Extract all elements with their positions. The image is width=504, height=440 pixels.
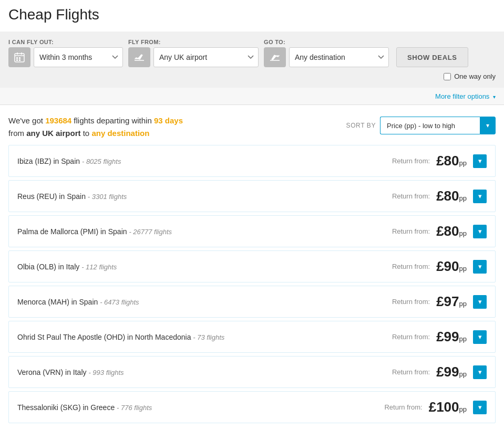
more-filters-link[interactable]: More filter options ▾ xyxy=(435,92,496,100)
flight-destination: Thessaloniki (SKG) in Greece - 776 fligh… xyxy=(17,403,152,412)
expand-button[interactable]: ▾ xyxy=(473,330,487,344)
flight-count: - 112 flights xyxy=(81,263,117,271)
summary-pre: We've got xyxy=(8,116,45,125)
from-airport: any UK airport xyxy=(26,129,80,138)
price-amount: £80 xyxy=(436,153,459,169)
svg-rect-5 xyxy=(19,57,20,59)
expand-button[interactable]: ▾ xyxy=(473,295,487,309)
flight-row[interactable]: Ibiza (IBZ) in Spain - 8025 flights Retu… xyxy=(8,145,496,177)
destination-name: Olbia (OLB) in Italy xyxy=(17,263,79,271)
from-label: from xyxy=(8,129,26,138)
destination-name: Thessaloniki (SKG) in Greece xyxy=(17,403,115,412)
expand-button[interactable]: ▾ xyxy=(473,154,487,168)
oneway-checkbox[interactable] xyxy=(444,73,451,80)
flight-count: - 73 flights xyxy=(193,333,224,341)
fly-out-label: I CAN FLY OUT: xyxy=(8,39,123,45)
to-dest: any destination xyxy=(91,129,149,138)
expand-button[interactable]: ▾ xyxy=(473,401,487,414)
flight-right: Return from: £90pp ▾ xyxy=(392,258,487,275)
price-amount: £100 xyxy=(429,399,459,415)
chevron-down-icon: ▾ xyxy=(478,192,482,200)
summary-mid: flights departing within xyxy=(71,116,154,125)
chevron-down-icon: ▾ xyxy=(478,157,482,165)
flight-count: - 6473 flights xyxy=(100,298,139,306)
sort-dropdown-button[interactable]: ▾ xyxy=(480,117,496,134)
price: £90pp xyxy=(436,258,467,275)
destination-name: Verona (VRN) in Italy xyxy=(17,368,87,376)
expand-button[interactable]: ▾ xyxy=(473,225,487,238)
price-amount: £99 xyxy=(436,364,459,380)
more-filters-bar: More filter options ▾ xyxy=(0,88,504,105)
flight-destination: Olbia (OLB) in Italy - 112 flights xyxy=(17,263,117,271)
fly-from-group: FLY FROM: Any UK airport xyxy=(128,39,259,67)
more-filters-text: More filter options xyxy=(435,92,489,100)
flight-row[interactable]: Thessaloniki (SKG) in Greece - 776 fligh… xyxy=(8,391,496,423)
results-section: We've got 193684 flights departing withi… xyxy=(0,105,504,145)
fly-out-group: I CAN FLY OUT: Within 3 months xyxy=(8,39,123,67)
return-from-label: Return from: xyxy=(392,263,430,270)
flight-count: - 8025 flights xyxy=(82,158,121,165)
fly-from-label: FLY FROM: xyxy=(128,39,259,45)
flight-count: - 776 flights xyxy=(117,404,152,412)
flight-right: Return from: £80pp ▾ xyxy=(392,188,487,204)
chevron-down-icon: ▾ xyxy=(478,298,482,306)
chevron-down-icon: ▾ xyxy=(478,368,482,376)
flight-right: Return from: £97pp ▾ xyxy=(392,294,487,310)
svg-rect-7 xyxy=(19,59,20,61)
to-label: to xyxy=(81,129,92,138)
flight-row[interactable]: Reus (REU) in Spain - 3301 flights Retur… xyxy=(8,180,496,212)
chevron-down-icon: ▾ xyxy=(478,403,482,411)
flight-row[interactable]: Palma de Mallorca (PMI) in Spain - 26777… xyxy=(8,215,496,247)
expand-button[interactable]: ▾ xyxy=(473,260,487,274)
fly-from-with-icon: Any UK airport xyxy=(128,47,259,67)
plane-depart-icon xyxy=(128,47,150,67)
results-summary: We've got 193684 flights departing withi… xyxy=(8,114,183,140)
price-amount: £99 xyxy=(436,329,459,344)
price-amount: £80 xyxy=(436,223,459,239)
fly-from-select[interactable]: Any UK airport xyxy=(153,47,259,67)
flights-list: Ibiza (IBZ) in Spain - 8025 flights Retu… xyxy=(0,145,504,437)
flight-count: - 26777 flights xyxy=(129,228,172,236)
price: £97pp xyxy=(436,294,467,310)
flight-count: - 993 flights xyxy=(88,369,124,376)
destination-name: Menorca (MAH) in Spain xyxy=(17,298,98,306)
header-section: Cheap Flights xyxy=(0,0,504,23)
flight-row[interactable]: Menorca (MAH) in Spain - 6473 flights Re… xyxy=(8,286,496,318)
destination-name: Ibiza (IBZ) in Spain xyxy=(17,157,80,165)
price: £100pp xyxy=(429,399,467,415)
destination-name: Palma de Mallorca (PMI) in Spain xyxy=(17,227,127,236)
return-from-label: Return from: xyxy=(392,157,430,165)
price-amount: £90 xyxy=(436,258,459,274)
flight-right: Return from: £80pp ▾ xyxy=(392,223,487,239)
go-to-label: GO TO: xyxy=(264,39,389,45)
go-to-group: GO TO: Any destination xyxy=(264,39,389,67)
price-pp: pp xyxy=(459,405,467,413)
destination-name: Ohrid St Paul The Apostle (OHD) in North… xyxy=(17,333,191,341)
flight-right: Return from: £99pp ▾ xyxy=(392,364,487,380)
flight-right: Return from: £100pp ▾ xyxy=(384,399,487,415)
price-pp: pp xyxy=(459,194,467,202)
flight-destination: Ibiza (IBZ) in Spain - 8025 flights xyxy=(17,157,121,165)
price-pp: pp xyxy=(459,300,467,308)
price: £80pp xyxy=(436,153,467,169)
show-deals-button[interactable]: SHOW DEALS xyxy=(396,47,468,67)
chevron-down-icon: ▾ xyxy=(478,263,482,270)
price-pp: pp xyxy=(459,370,467,378)
flight-row[interactable]: Olbia (OLB) in Italy - 112 flights Retur… xyxy=(8,250,496,282)
price-pp: pp xyxy=(459,159,467,167)
flight-row[interactable]: Ohrid St Paul The Apostle (OHD) in North… xyxy=(8,321,496,353)
price-amount: £80 xyxy=(436,188,459,204)
flight-right: Return from: £99pp ▾ xyxy=(392,329,487,345)
expand-button[interactable]: ▾ xyxy=(473,365,487,379)
calendar-icon xyxy=(8,47,30,67)
chevron-down-icon: ▾ xyxy=(493,94,496,100)
expand-button[interactable]: ▾ xyxy=(473,190,487,203)
price: £80pp xyxy=(436,188,467,204)
svg-rect-4 xyxy=(16,57,18,59)
flight-row[interactable]: Verona (VRN) in Italy - 993 flights Retu… xyxy=(8,356,496,388)
price-pp: pp xyxy=(459,229,467,237)
sort-label: SORT BY xyxy=(346,122,376,129)
go-to-select[interactable]: Any destination xyxy=(289,47,389,67)
fly-out-select[interactable]: Within 3 months xyxy=(34,47,123,67)
sort-select[interactable]: Price (pp) - low to high xyxy=(380,117,480,134)
